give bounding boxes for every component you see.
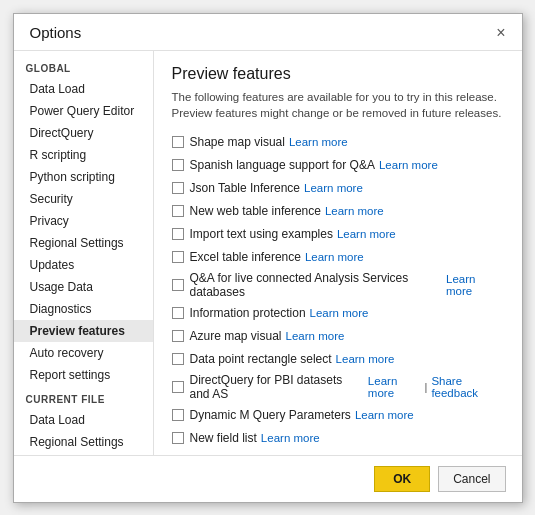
feature-row-qa-live: Q&A for live connected Analysis Services… [172,271,504,299]
ok-button[interactable]: OK [374,466,430,492]
learn-more-qa-live[interactable]: Learn more [446,273,500,297]
feature-label-json-table: Json Table Inference [190,181,301,195]
sidebar-item-cf-data-load[interactable]: Data Load [14,409,153,431]
feature-label-data-point: Data point rectangle select [190,352,332,366]
main-title: Preview features [172,65,504,83]
sidebar-item-security[interactable]: Security [14,188,153,210]
learn-more-new-field-list[interactable]: Learn more [261,432,320,444]
feature-checkbox-info-protection[interactable] [172,307,184,319]
feature-label-shape-map: Shape map visual [190,135,285,149]
main-description: The following features are available for… [172,89,504,121]
feature-row-directquery-pbi: DirectQuery for PBI datasets and AS Lear… [172,373,504,401]
feature-row-spanish: Spanish language support for Q&A Learn m… [172,156,504,174]
feature-row-excel-table: Excel table inference Learn more [172,248,504,266]
sidebar-item-auto-recovery[interactable]: Auto recovery [14,342,153,364]
dialog-title: Options [30,24,82,41]
title-bar: Options × [14,14,522,51]
sidebar-item-python-scripting[interactable]: Python scripting [14,166,153,188]
sidebar-item-report-settings[interactable]: Report settings [14,364,153,386]
feature-row-data-point: Data point rectangle select Learn more [172,350,504,368]
learn-more-excel-table[interactable]: Learn more [305,251,364,263]
sidebar-item-regional-settings[interactable]: Regional Settings [14,232,153,254]
learn-more-azure-map[interactable]: Learn more [286,330,345,342]
content-area: GLOBAL Data Load Power Query Editor Dire… [14,51,522,455]
sidebar-item-power-query-editor[interactable]: Power Query Editor [14,100,153,122]
feature-checkbox-qa-live[interactable] [172,279,184,291]
sidebar-item-updates[interactable]: Updates [14,254,153,276]
feature-checkbox-dynamic-m[interactable] [172,409,184,421]
feature-checkbox-shape-map[interactable] [172,136,184,148]
feature-row-import-text: Import text using examples Learn more [172,225,504,243]
learn-more-spanish[interactable]: Learn more [379,159,438,171]
feature-row-dynamic-m: Dynamic M Query Parameters Learn more [172,406,504,424]
feature-label-directquery-pbi: DirectQuery for PBI datasets and AS [190,373,364,401]
learn-more-data-point[interactable]: Learn more [336,353,395,365]
footer: OK Cancel [14,455,522,502]
feature-checkbox-new-field-list[interactable] [172,432,184,444]
feature-label-web-table: New web table inference [190,204,321,218]
options-dialog: Options × GLOBAL Data Load Power Query E… [13,13,523,503]
sidebar-item-data-load[interactable]: Data Load [14,78,153,100]
learn-more-json-table[interactable]: Learn more [304,182,363,194]
feature-row-azure-map: Azure map visual Learn more [172,327,504,345]
feature-row-json-table: Json Table Inference Learn more [172,179,504,197]
feature-label-spanish: Spanish language support for Q&A [190,158,375,172]
feature-checkbox-directquery-pbi[interactable] [172,381,184,393]
feature-label-qa-live: Q&A for live connected Analysis Services… [190,271,442,299]
feature-label-excel-table: Excel table inference [190,250,301,264]
sidebar: GLOBAL Data Load Power Query Editor Dire… [14,51,154,455]
sidebar-item-privacy[interactable]: Privacy [14,210,153,232]
current-file-section-label: CURRENT FILE [14,386,153,409]
feature-checkbox-json-table[interactable] [172,182,184,194]
share-feedback-directquery-pbi[interactable]: Share feedback [431,375,503,399]
sidebar-item-cf-privacy[interactable]: Privacy [14,453,153,455]
feature-label-new-field-list: New field list [190,431,257,445]
learn-more-directquery-pbi[interactable]: Learn more [368,375,421,399]
learn-more-shape-map[interactable]: Learn more [289,136,348,148]
feature-checkbox-excel-table[interactable] [172,251,184,263]
cancel-button[interactable]: Cancel [438,466,505,492]
sidebar-item-usage-data[interactable]: Usage Data [14,276,153,298]
learn-more-web-table[interactable]: Learn more [325,205,384,217]
feature-checkbox-web-table[interactable] [172,205,184,217]
feature-checkbox-spanish[interactable] [172,159,184,171]
feature-label-info-protection: Information protection [190,306,306,320]
sidebar-item-r-scripting[interactable]: R scripting [14,144,153,166]
feature-checkbox-azure-map[interactable] [172,330,184,342]
learn-more-info-protection[interactable]: Learn more [310,307,369,319]
feature-row-info-protection: Information protection Learn more [172,304,504,322]
learn-more-import-text[interactable]: Learn more [337,228,396,240]
feature-row-web-table: New web table inference Learn more [172,202,504,220]
feature-row-shape-map: Shape map visual Learn more [172,133,504,151]
feature-checkbox-import-text[interactable] [172,228,184,240]
sidebar-item-directquery[interactable]: DirectQuery [14,122,153,144]
sidebar-item-preview-features[interactable]: Preview features [14,320,153,342]
feature-label-dynamic-m: Dynamic M Query Parameters [190,408,351,422]
feature-label-azure-map: Azure map visual [190,329,282,343]
global-section-label: GLOBAL [14,55,153,78]
feature-row-new-field-list: New field list Learn more [172,429,504,447]
feature-label-import-text: Import text using examples [190,227,333,241]
learn-more-dynamic-m[interactable]: Learn more [355,409,414,421]
separator-directquery: | [425,381,428,393]
sidebar-item-cf-regional-settings[interactable]: Regional Settings [14,431,153,453]
close-button[interactable]: × [492,22,509,44]
main-content: Preview features The following features … [154,51,522,455]
sidebar-scroll: GLOBAL Data Load Power Query Editor Dire… [14,51,153,455]
sidebar-item-diagnostics[interactable]: Diagnostics [14,298,153,320]
feature-checkbox-data-point[interactable] [172,353,184,365]
